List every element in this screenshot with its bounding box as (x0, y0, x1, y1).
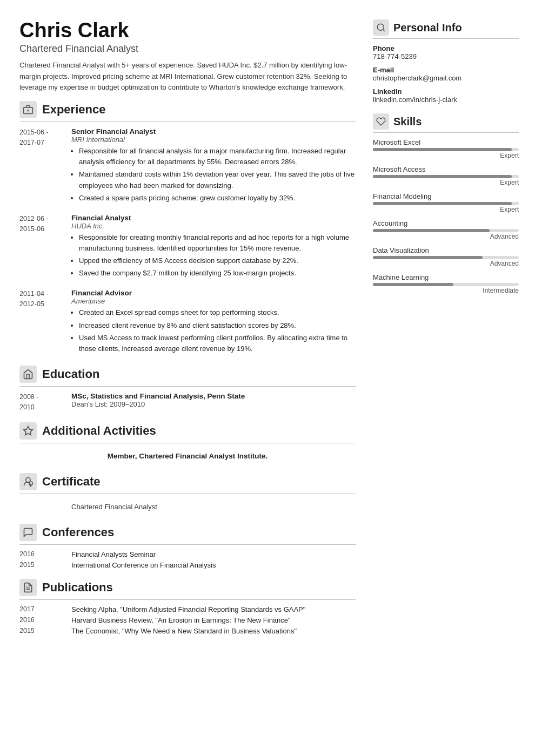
conference-item: 2016Financial Analysts Seminar (19, 550, 356, 558)
exp-company: HUDA Inc. (71, 222, 356, 230)
email-label: E-mail (373, 66, 519, 74)
personal-info-icon (373, 19, 389, 36)
exp-dates: 2011-04 -2012-05 (19, 289, 63, 356)
education-icon (19, 366, 37, 383)
candidate-summary: Chartered Financial Analyst with 5+ year… (19, 60, 356, 93)
svg-point-8 (377, 24, 384, 30)
skill-item: Financial ModelingExpert (373, 192, 519, 213)
skill-level: Advanced (373, 260, 519, 267)
svg-marker-3 (24, 426, 33, 435)
linkedin-value: linkedin.com/in/chris-j-clark (373, 96, 519, 104)
personal-info-section: Personal Info Phone 718-774-5239 E-mail … (373, 19, 519, 104)
exp-job-title: Senior Financial Analyst (71, 127, 356, 136)
candidate-title: Chartered Financial Analyst (19, 43, 356, 55)
experience-item: 2012-06 -2015-06Financial AnalystHUDA In… (19, 214, 356, 281)
certificate-header: Certificate (19, 473, 356, 494)
certificate-section: Certificate Chartered Financial Analyst (19, 473, 356, 514)
certificate-title: Certificate (42, 475, 101, 489)
skills-title: Skills (393, 116, 422, 128)
skill-bar-bg (373, 283, 519, 286)
experience-title: Experience (42, 103, 105, 117)
skill-bar-fill (373, 175, 512, 178)
education-item: 2008 -2010MSc, Statistics and Financial … (19, 392, 356, 413)
education-title: Education (42, 367, 99, 381)
skill-bar-bg (373, 148, 519, 151)
personal-info-header: Personal Info (373, 19, 519, 39)
publication-year: 2015 (19, 627, 63, 635)
svg-line-9 (383, 29, 384, 31)
publication-item: 2015The Economist, "Why We Need a New St… (19, 627, 356, 635)
exp-bullet: Increased client revenue by 8% and clien… (79, 320, 356, 331)
edu-content: MSc, Statistics and Financial Analysis, … (71, 392, 356, 413)
exp-bullet: Responsible for all financial analysis f… (79, 146, 356, 167)
skill-name: Financial Modeling (373, 192, 519, 200)
exp-job-title: Financial Advisor (71, 289, 356, 297)
exp-company: MRI International (71, 136, 356, 144)
education-header: Education (19, 366, 356, 387)
experience-item: 2015-06 -2017-07Senior Financial Analyst… (19, 127, 356, 205)
edu-note: Dean's List: 2009–2010 (71, 400, 356, 408)
publications-icon (19, 579, 37, 596)
skills-list: Microsoft ExcelExpertMicrosoft AccessExp… (373, 138, 519, 294)
publications-title: Publications (42, 580, 113, 595)
publication-year: 2017 (19, 605, 63, 613)
exp-bullet: Created an Excel spread comps sheet for … (79, 307, 356, 318)
linkedin-label: LinkedIn (373, 87, 519, 96)
exp-content: Financial AdvisorAmeripriseCreated an Ex… (71, 289, 356, 356)
linkedin-item: LinkedIn linkedin.com/in/chris-j-clark (373, 87, 519, 104)
skill-level: Expert (373, 179, 519, 186)
skill-name: Data Visualization (373, 246, 519, 254)
skill-item: Data VisualizationAdvanced (373, 246, 519, 267)
publications-header: Publications (19, 579, 356, 600)
experience-list: 2015-06 -2017-07Senior Financial Analyst… (19, 127, 356, 356)
publications-section: Publications 2017Seeking Alpha, "Uniform… (19, 579, 356, 635)
email-value: christopherclark@gmail.com (373, 74, 519, 82)
exp-bullet: Responsible for creating monthly financi… (79, 232, 356, 254)
skill-bar-fill (373, 229, 490, 232)
skills-icon (373, 113, 389, 130)
conference-name: International Conference on Financial An… (71, 561, 356, 569)
experience-section: Experience 2015-06 -2017-07Senior Financ… (19, 101, 356, 356)
education-section: Education 2008 -2010MSc, Statistics and … (19, 366, 356, 413)
skill-bar-bg (373, 256, 519, 259)
experience-icon (19, 101, 37, 118)
phone-label: Phone (373, 44, 519, 52)
svg-point-4 (26, 477, 30, 482)
exp-content: Financial AnalystHUDA Inc.Responsible fo… (71, 214, 356, 281)
edu-dates: 2008 -2010 (19, 392, 63, 413)
exp-dates: 2012-06 -2015-06 (19, 214, 63, 281)
activities-section: Additional Activities Member, Chartered … (19, 422, 356, 463)
publication-item: 2017Seeking Alpha, "Uniform Adjusted Fin… (19, 605, 356, 613)
publication-item: 2016Harvard Business Review, "An Erosion… (19, 616, 356, 624)
skill-bar-bg (373, 229, 519, 232)
skill-item: AccountingAdvanced (373, 219, 519, 240)
skill-bar-fill (373, 256, 483, 259)
conferences-section: Conferences 2016Financial Analysts Semin… (19, 524, 356, 569)
activities-icon (19, 422, 37, 440)
skill-item: Machine LearningIntermediate (373, 273, 519, 294)
skill-name: Machine Learning (373, 273, 519, 281)
exp-bullets: Created an Excel spread comps sheet for … (71, 307, 356, 354)
skills-section: Skills Microsoft ExcelExpertMicrosoft Ac… (373, 113, 519, 294)
phone-value: 718-774-5239 (373, 52, 519, 60)
education-list: 2008 -2010MSc, Statistics and Financial … (19, 392, 356, 413)
exp-bullets: Responsible for all financial analysis f… (71, 146, 356, 204)
exp-bullet: Saved the company $2.7 million by identi… (79, 268, 356, 279)
left-column: Chris Clark Chartered Financial Analyst … (19, 19, 356, 645)
publication-text: Seeking Alpha, "Uniform Adjusted Financi… (71, 605, 356, 613)
skill-bar-bg (373, 175, 519, 178)
publication-text: The Economist, "Why We Need a New Standa… (71, 627, 356, 635)
experience-header: Experience (19, 101, 356, 122)
personal-info-title: Personal Info (393, 22, 462, 34)
activity-text: Member, Chartered Financial Analyst Inst… (19, 449, 356, 463)
skill-bar-bg (373, 202, 519, 205)
publication-year: 2016 (19, 616, 63, 624)
skill-level: Expert (373, 152, 519, 159)
skill-level: Advanced (373, 233, 519, 240)
skill-name: Microsoft Access (373, 165, 519, 173)
edu-degree: MSc, Statistics and Financial Analysis, … (71, 392, 356, 400)
skill-level: Intermediate (373, 287, 519, 294)
conferences-icon (19, 524, 37, 541)
conference-year: 2016 (19, 550, 63, 558)
exp-bullet: Upped the efficiency of MS Access decisi… (79, 255, 356, 266)
